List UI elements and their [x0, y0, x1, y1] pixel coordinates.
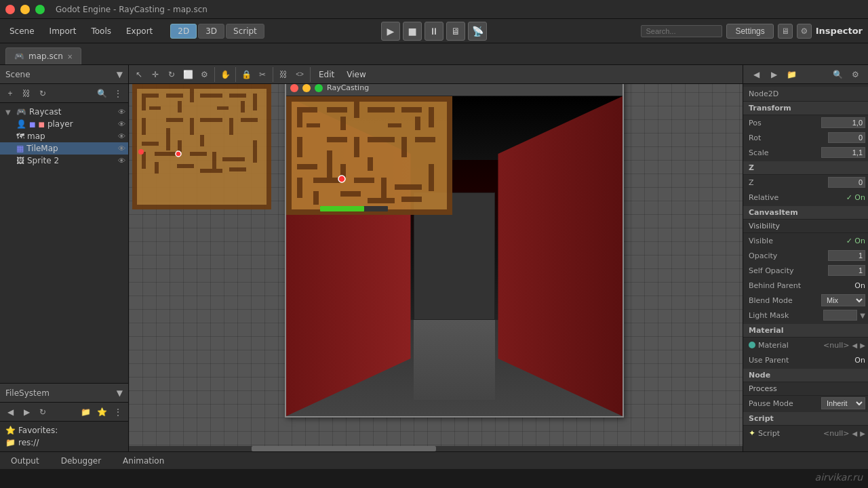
watermark: airvikar.ru	[815, 472, 863, 483]
pause-mode-select[interactable]: Inherit Stop Process	[821, 397, 865, 409]
more-options-btn[interactable]: ⋮	[111, 86, 125, 101]
viewport-scrollbar[interactable]	[129, 446, 743, 451]
preview-close-btn[interactable]	[290, 84, 298, 92]
transform-section: Transform Pos Rot Scale	[743, 102, 868, 160]
fs-res[interactable]: 📁 res://	[5, 436, 123, 449]
svg-rect-74	[200, 135, 204, 146]
script-prev-arrow[interactable]: ◀	[852, 430, 858, 437]
tree-item-sprite2[interactable]: 🖼 Sprite 2 👁	[0, 155, 128, 167]
blend-mode-select[interactable]: Mix Add Sub	[821, 294, 865, 306]
preview-max-btn[interactable]	[315, 84, 323, 92]
move-tool-btn[interactable]: ✛	[148, 67, 163, 82]
mode-2d-button[interactable]: 2D	[170, 24, 197, 39]
pos-input[interactable]	[821, 117, 865, 128]
light-mask-arrow[interactable]: ▼	[860, 312, 865, 319]
rot-input[interactable]	[828, 132, 865, 143]
tree-item-player[interactable]: 👤 ■ ■ player 👁	[0, 118, 128, 130]
tree-item-map[interactable]: 🗺 map 👁	[0, 130, 128, 142]
bottom-tab-debugger[interactable]: Debugger	[56, 455, 106, 467]
lock-btn[interactable]: 🔒	[239, 67, 254, 82]
rotate-tool-btn[interactable]: ↻	[164, 67, 179, 82]
menu-tools[interactable]: Tools	[84, 24, 118, 38]
scale-input[interactable]	[821, 147, 865, 158]
fs-favorites-btn[interactable]: ⭐	[94, 405, 109, 420]
fs-dropdown-icon[interactable]: ▼	[117, 388, 123, 398]
visibility-icon-tilemap[interactable]: 👁	[118, 144, 125, 153]
fs-forward-btn[interactable]: ▶	[19, 405, 34, 420]
visibility-icon-sprite2[interactable]: 👁	[118, 157, 125, 165]
script-null: <null>	[823, 429, 850, 438]
fs-refresh-btn[interactable]: ↻	[35, 405, 50, 420]
add-child-btn[interactable]: ⛓	[19, 86, 34, 101]
rot-label: Rot	[749, 134, 825, 142]
display-icon[interactable]: ⚙	[797, 24, 812, 39]
visibility-icon-raycast[interactable]: 👁	[118, 108, 125, 117]
fs-favorites[interactable]: ⭐ Favorites:	[5, 424, 123, 436]
viewport-map	[132, 84, 271, 209]
fs-back-btn[interactable]: ◀	[3, 405, 18, 420]
panel-dropdown-icon[interactable]: ▼	[117, 70, 123, 79]
opacity-row: Opacity	[743, 248, 868, 263]
material-prev-arrow[interactable]: ◀	[852, 342, 858, 349]
search-input[interactable]	[641, 25, 722, 37]
edit-menu[interactable]: Edit	[313, 68, 340, 81]
menu-import[interactable]: Import	[43, 24, 83, 38]
pan-tool-btn[interactable]: ✋	[218, 67, 233, 82]
code-btn[interactable]: <>	[292, 67, 307, 82]
menu-scene[interactable]: Scene	[3, 24, 41, 38]
scene-toolbar: + ⛓ ↻ 🔍 ⋮	[0, 84, 128, 103]
view-menu[interactable]: View	[341, 68, 371, 81]
script-next-arrow[interactable]: ▶	[860, 430, 865, 437]
light-mask-value[interactable]	[823, 310, 857, 321]
link-btn[interactable]: ⛓	[276, 67, 291, 82]
material-next-arrow[interactable]: ▶	[860, 342, 865, 349]
visibility-icon-map[interactable]: 👁	[118, 132, 125, 141]
mode-3d-button[interactable]: 3D	[198, 24, 224, 39]
stop-button[interactable]: ■	[403, 22, 422, 41]
viewport-background[interactable]: RayCasting	[129, 65, 743, 451]
list-tool-btn[interactable]: ⚙	[197, 67, 212, 82]
remote-button[interactable]: 📡	[468, 22, 487, 41]
deploy-button[interactable]: 🖥	[446, 22, 465, 41]
tab-close-button[interactable]: ×	[67, 53, 73, 60]
select-tool-btn[interactable]: ↖	[132, 67, 146, 82]
menu-export[interactable]: Export	[119, 24, 159, 38]
minimize-button[interactable]	[20, 5, 30, 14]
inspector-history-btn[interactable]: ◀	[749, 67, 764, 82]
far-floor	[414, 320, 494, 400]
mode-script-button[interactable]: Script	[226, 24, 264, 39]
opacity-input[interactable]	[828, 250, 865, 261]
maximize-button[interactable]	[35, 5, 45, 14]
search-tree-btn[interactable]: 🔍	[94, 86, 109, 101]
tab-map-scn[interactable]: 🎮 map.scn ×	[5, 47, 81, 64]
minimap	[286, 96, 452, 215]
tree-item-tilemap[interactable]: ▦ TileMap 👁	[0, 142, 128, 155]
inspector-settings-btn[interactable]: ⚙	[848, 67, 863, 82]
inspector-folder-btn[interactable]: 📁	[784, 67, 799, 82]
new-node-btn[interactable]: +	[3, 86, 18, 101]
close-button[interactable]	[5, 5, 15, 14]
preview-min-btn[interactable]	[302, 84, 311, 92]
fs-new-folder-btn[interactable]: 📁	[78, 405, 93, 420]
bottom-tab-animation[interactable]: Animation	[117, 455, 170, 467]
inspector-search-btn[interactable]: 🔍	[830, 67, 845, 82]
settings-button[interactable]: Settings	[726, 24, 773, 39]
tree-item-raycast[interactable]: ▼ 🎮 Raycast 👁	[0, 106, 128, 118]
monitor-icon[interactable]: 🖥	[778, 24, 793, 39]
inspector-forward-btn[interactable]: ▶	[766, 67, 781, 82]
refresh-btn[interactable]: ↻	[35, 86, 50, 101]
svg-rect-62	[190, 152, 207, 156]
play-button[interactable]: ▶	[381, 22, 400, 41]
tree-icon-tilemap: ▦	[16, 144, 24, 153]
pause-mode-label: Pause Mode	[749, 399, 818, 408]
visibility-icon-player[interactable]: 👁	[118, 120, 125, 129]
scale-tool-btn[interactable]: ⬜	[180, 67, 195, 82]
viewport-scrollbar-thumb[interactable]	[252, 446, 436, 451]
self-opacity-input[interactable]	[828, 265, 865, 276]
fs-options-btn[interactable]: ⋮	[111, 405, 125, 420]
svg-rect-19	[415, 137, 435, 142]
scissors-btn[interactable]: ✂	[255, 67, 270, 82]
bottom-tab-output[interactable]: Output	[5, 455, 45, 467]
z-input[interactable]	[828, 177, 865, 188]
pause-button[interactable]: ⏸	[425, 22, 443, 41]
